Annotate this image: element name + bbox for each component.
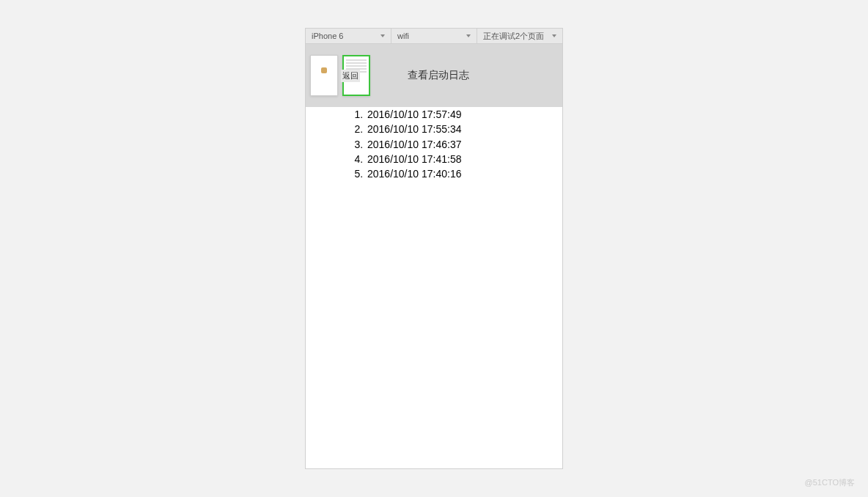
list-item: 2016/10/10 17:41:58 (366, 152, 562, 166)
device-selector[interactable]: iPhone 6 (306, 29, 391, 43)
debug-pages-selector[interactable]: 正在调试2个页面 (477, 29, 562, 43)
thumbnail-icon (321, 67, 327, 73)
device-label: iPhone 6 (312, 32, 343, 40)
watermark: @51CTO博客 (805, 477, 855, 488)
list-item: 2016/10/10 17:57:49 (366, 107, 562, 122)
list-item: 2016/10/10 17:55:34 (366, 122, 562, 136)
network-selector[interactable]: wifi (391, 29, 477, 43)
chevron-down-icon (466, 34, 471, 37)
network-label: wifi (397, 32, 409, 40)
chevron-down-icon (380, 34, 385, 37)
page-preview-bar: 返回 查看启动日志 (305, 44, 563, 107)
chevron-down-icon (552, 34, 556, 37)
back-label: 返回 (341, 70, 360, 82)
toolbar: iPhone 6 wifi 正在调试2个页面 (305, 28, 563, 44)
log-list: 2016/10/10 17:57:49 2016/10/10 17:55:34 … (366, 107, 562, 181)
debug-status-label: 正在调试2个页面 (483, 31, 544, 42)
simulator-window: iPhone 6 wifi 正在调试2个页面 返回 查看启动日志 (305, 28, 563, 469)
list-item: 2016/10/10 17:40:16 (366, 166, 562, 181)
list-item: 2016/10/10 17:46:37 (366, 137, 562, 152)
page-thumbnail-1[interactable] (310, 55, 338, 96)
page-content: 2016/10/10 17:57:49 2016/10/10 17:55:34 … (305, 107, 563, 469)
